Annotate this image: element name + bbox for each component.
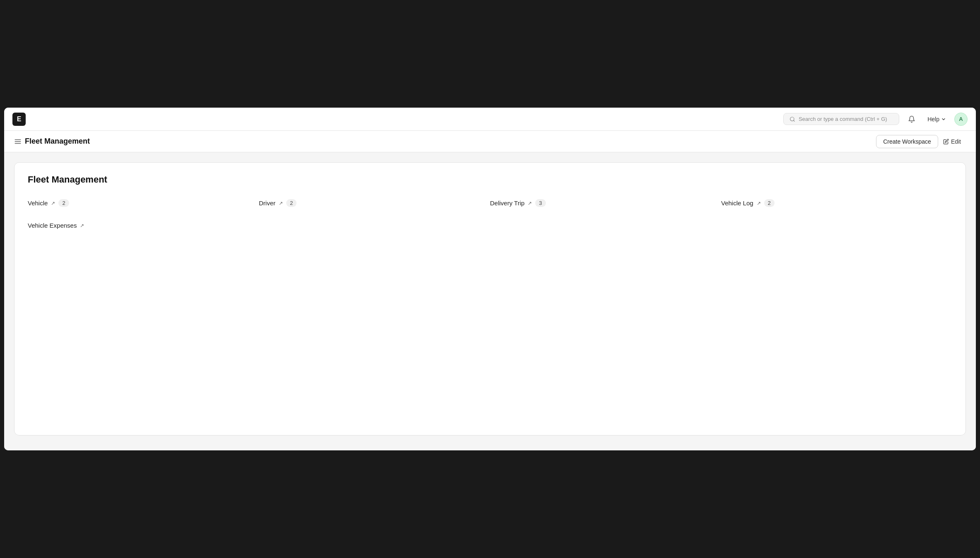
menu-button[interactable] bbox=[14, 136, 25, 147]
list-item: Vehicle Log ↗ 2 bbox=[721, 195, 952, 211]
item-count-vehicle: 2 bbox=[58, 199, 69, 207]
help-button[interactable]: Help bbox=[924, 113, 949, 125]
search-bar[interactable]: Search or type a command (Ctrl + G) bbox=[783, 113, 899, 125]
page-header: Fleet Management Create Workspace Edit bbox=[4, 131, 976, 152]
external-link-icon-vehicle-log[interactable]: ↗ bbox=[757, 200, 761, 206]
item-label-vehicle-log: Vehicle Log bbox=[721, 200, 753, 207]
item-count-driver: 2 bbox=[286, 199, 297, 207]
workspace-items-grid: Vehicle ↗ 2 Driver ↗ 2 Delivery Trip ↗ 3 bbox=[28, 195, 952, 211]
item-label-delivery-trip: Delivery Trip bbox=[490, 200, 524, 207]
item-count-delivery-trip: 3 bbox=[535, 199, 546, 207]
search-icon bbox=[789, 116, 795, 122]
hamburger-icon bbox=[14, 138, 22, 145]
app-logo[interactable]: E bbox=[12, 113, 26, 126]
item-label-driver: Driver bbox=[259, 200, 275, 207]
app-window: E Search or type a command (Ctrl + G) He… bbox=[4, 108, 976, 450]
page-title: Fleet Management bbox=[25, 137, 90, 146]
create-workspace-button[interactable]: Create Workspace bbox=[876, 135, 938, 148]
item-count-vehicle-log: 2 bbox=[764, 199, 775, 207]
workspace-second-row: Vehicle Expenses ↗ bbox=[28, 218, 952, 233]
workspace-card: Fleet Management Vehicle ↗ 2 Driver ↗ 2 … bbox=[14, 162, 966, 435]
item-label-vehicle: Vehicle bbox=[28, 200, 48, 207]
user-avatar[interactable]: A bbox=[954, 113, 968, 126]
edit-button[interactable]: Edit bbox=[938, 135, 966, 148]
bell-icon bbox=[908, 115, 915, 123]
external-link-icon-delivery-trip[interactable]: ↗ bbox=[528, 200, 532, 206]
top-nav: E Search or type a command (Ctrl + G) He… bbox=[4, 108, 976, 131]
help-label: Help bbox=[927, 116, 939, 123]
chevron-down-icon bbox=[941, 117, 946, 122]
main-content: Fleet Management Vehicle ↗ 2 Driver ↗ 2 … bbox=[4, 152, 976, 450]
list-item: Vehicle ↗ 2 bbox=[28, 195, 259, 211]
external-link-icon-driver[interactable]: ↗ bbox=[279, 200, 283, 206]
edit-icon bbox=[943, 139, 949, 144]
list-item: Delivery Trip ↗ 3 bbox=[490, 195, 721, 211]
list-item: Driver ↗ 2 bbox=[259, 195, 490, 211]
svg-line-1 bbox=[794, 120, 795, 121]
workspace-card-title: Fleet Management bbox=[28, 174, 952, 185]
external-link-icon-vehicle-expenses[interactable]: ↗ bbox=[80, 223, 84, 228]
search-placeholder: Search or type a command (Ctrl + G) bbox=[799, 116, 887, 122]
external-link-icon-vehicle[interactable]: ↗ bbox=[51, 200, 55, 206]
item-label-vehicle-expenses: Vehicle Expenses bbox=[28, 222, 77, 229]
edit-label: Edit bbox=[951, 138, 961, 145]
notification-bell-button[interactable] bbox=[904, 112, 919, 127]
